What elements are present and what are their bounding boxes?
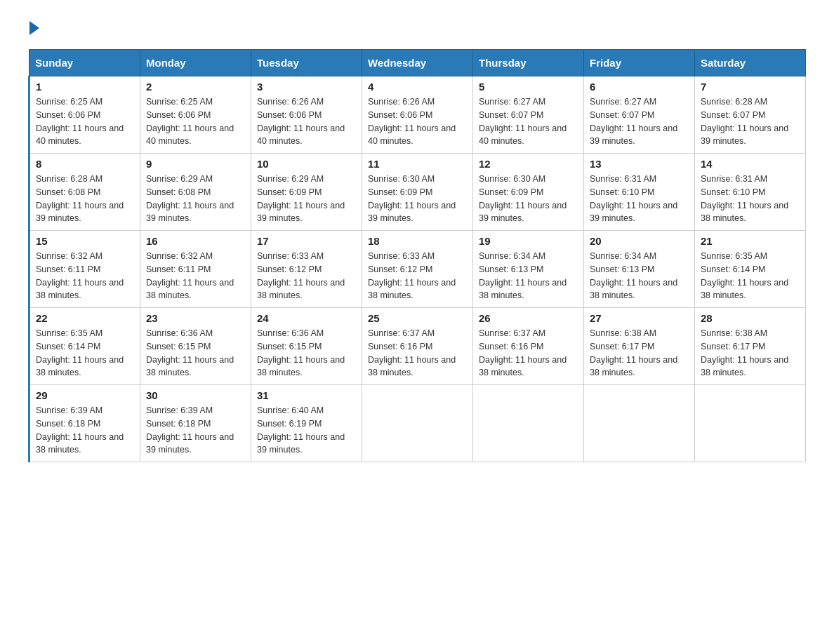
- day-number: 4: [368, 81, 467, 93]
- day-info: Sunrise: 6:37 AMSunset: 6:16 PMDaylight:…: [479, 327, 578, 380]
- weekday-header-saturday: Saturday: [695, 50, 806, 76]
- day-number: 12: [479, 158, 578, 170]
- day-number: 11: [368, 158, 467, 170]
- day-number: 5: [479, 81, 578, 93]
- day-info: Sunrise: 6:32 AMSunset: 6:11 PMDaylight:…: [146, 250, 245, 302]
- day-info: Sunrise: 6:35 AMSunset: 6:14 PMDaylight:…: [36, 327, 134, 380]
- day-number: 24: [257, 312, 356, 324]
- calendar-cell: 4Sunrise: 6:26 AMSunset: 6:06 PMDaylight…: [362, 76, 473, 154]
- day-info: Sunrise: 6:31 AMSunset: 6:10 PMDaylight:…: [701, 173, 800, 225]
- day-number: 28: [701, 312, 800, 324]
- day-info: Sunrise: 6:25 AMSunset: 6:06 PMDaylight:…: [146, 95, 245, 148]
- calendar-cell: 23Sunrise: 6:36 AMSunset: 6:15 PMDayligh…: [140, 308, 251, 385]
- day-number: 3: [257, 81, 356, 93]
- logo-triangle-icon: [29, 21, 39, 35]
- day-number: 20: [590, 235, 689, 247]
- day-number: 1: [36, 81, 134, 93]
- weekday-header-monday: Monday: [140, 50, 251, 76]
- day-info: Sunrise: 6:30 AMSunset: 6:09 PMDaylight:…: [368, 173, 467, 225]
- day-number: 18: [368, 235, 467, 247]
- calendar-week-row: 8Sunrise: 6:28 AMSunset: 6:08 PMDaylight…: [29, 154, 806, 231]
- day-info: Sunrise: 6:38 AMSunset: 6:17 PMDaylight:…: [590, 327, 689, 380]
- day-info: Sunrise: 6:36 AMSunset: 6:15 PMDaylight:…: [146, 327, 245, 380]
- calendar-cell: 5Sunrise: 6:27 AMSunset: 6:07 PMDaylight…: [473, 76, 584, 154]
- calendar-cell: 19Sunrise: 6:34 AMSunset: 6:13 PMDayligh…: [473, 231, 584, 308]
- calendar-cell: [695, 385, 806, 462]
- day-info: Sunrise: 6:27 AMSunset: 6:07 PMDaylight:…: [479, 95, 578, 148]
- calendar-cell: 28Sunrise: 6:38 AMSunset: 6:17 PMDayligh…: [695, 308, 806, 385]
- calendar-cell: 9Sunrise: 6:29 AMSunset: 6:08 PMDaylight…: [140, 154, 251, 231]
- day-number: 17: [257, 235, 356, 247]
- day-info: Sunrise: 6:28 AMSunset: 6:07 PMDaylight:…: [701, 95, 800, 148]
- calendar-cell: 14Sunrise: 6:31 AMSunset: 6:10 PMDayligh…: [695, 154, 806, 231]
- day-number: 22: [36, 312, 134, 324]
- day-number: 16: [146, 235, 245, 247]
- calendar-cell: 2Sunrise: 6:25 AMSunset: 6:06 PMDaylight…: [140, 76, 251, 154]
- calendar-cell: [473, 385, 584, 462]
- calendar-cell: 18Sunrise: 6:33 AMSunset: 6:12 PMDayligh…: [362, 231, 473, 308]
- day-info: Sunrise: 6:38 AMSunset: 6:17 PMDaylight:…: [701, 327, 800, 380]
- day-info: Sunrise: 6:39 AMSunset: 6:18 PMDaylight:…: [146, 404, 245, 457]
- calendar-week-row: 29Sunrise: 6:39 AMSunset: 6:18 PMDayligh…: [29, 385, 806, 462]
- day-info: Sunrise: 6:26 AMSunset: 6:06 PMDaylight:…: [368, 95, 467, 148]
- day-info: Sunrise: 6:40 AMSunset: 6:19 PMDaylight:…: [257, 404, 356, 457]
- day-info: Sunrise: 6:30 AMSunset: 6:09 PMDaylight:…: [479, 173, 578, 225]
- page-header: [28, 21, 806, 35]
- calendar-cell: 21Sunrise: 6:35 AMSunset: 6:14 PMDayligh…: [695, 231, 806, 308]
- calendar-cell: 26Sunrise: 6:37 AMSunset: 6:16 PMDayligh…: [473, 308, 584, 385]
- day-info: Sunrise: 6:27 AMSunset: 6:07 PMDaylight:…: [590, 95, 689, 148]
- calendar-cell: 1Sunrise: 6:25 AMSunset: 6:06 PMDaylight…: [29, 76, 140, 154]
- calendar-cell: 15Sunrise: 6:32 AMSunset: 6:11 PMDayligh…: [29, 231, 140, 308]
- calendar-cell: [362, 385, 473, 462]
- day-number: 10: [257, 158, 356, 170]
- day-number: 15: [36, 235, 134, 247]
- calendar-cell: 12Sunrise: 6:30 AMSunset: 6:09 PMDayligh…: [473, 154, 584, 231]
- calendar-cell: 25Sunrise: 6:37 AMSunset: 6:16 PMDayligh…: [362, 308, 473, 385]
- calendar-cell: 27Sunrise: 6:38 AMSunset: 6:17 PMDayligh…: [584, 308, 695, 385]
- day-info: Sunrise: 6:37 AMSunset: 6:16 PMDaylight:…: [368, 327, 467, 380]
- calendar-cell: 22Sunrise: 6:35 AMSunset: 6:14 PMDayligh…: [29, 308, 140, 385]
- calendar-cell: 13Sunrise: 6:31 AMSunset: 6:10 PMDayligh…: [584, 154, 695, 231]
- calendar-cell: 30Sunrise: 6:39 AMSunset: 6:18 PMDayligh…: [140, 385, 251, 462]
- day-number: 19: [479, 235, 578, 247]
- calendar-cell: 29Sunrise: 6:39 AMSunset: 6:18 PMDayligh…: [29, 385, 140, 462]
- calendar-cell: 24Sunrise: 6:36 AMSunset: 6:15 PMDayligh…: [251, 308, 362, 385]
- calendar-cell: 31Sunrise: 6:40 AMSunset: 6:19 PMDayligh…: [251, 385, 362, 462]
- weekday-header-friday: Friday: [584, 50, 695, 76]
- calendar-cell: 10Sunrise: 6:29 AMSunset: 6:09 PMDayligh…: [251, 154, 362, 231]
- day-info: Sunrise: 6:34 AMSunset: 6:13 PMDaylight:…: [479, 250, 578, 302]
- day-info: Sunrise: 6:33 AMSunset: 6:12 PMDaylight:…: [257, 250, 356, 302]
- calendar-cell: 7Sunrise: 6:28 AMSunset: 6:07 PMDaylight…: [695, 76, 806, 154]
- day-number: 2: [146, 81, 245, 93]
- day-info: Sunrise: 6:39 AMSunset: 6:18 PMDaylight:…: [36, 404, 134, 457]
- day-info: Sunrise: 6:26 AMSunset: 6:06 PMDaylight:…: [257, 95, 356, 148]
- day-number: 31: [257, 389, 356, 401]
- day-info: Sunrise: 6:36 AMSunset: 6:15 PMDaylight:…: [257, 327, 356, 380]
- day-info: Sunrise: 6:25 AMSunset: 6:06 PMDaylight:…: [36, 95, 134, 148]
- day-info: Sunrise: 6:35 AMSunset: 6:14 PMDaylight:…: [701, 250, 800, 302]
- day-info: Sunrise: 6:29 AMSunset: 6:09 PMDaylight:…: [257, 173, 356, 225]
- calendar-table: SundayMondayTuesdayWednesdayThursdayFrid…: [28, 49, 806, 462]
- day-info: Sunrise: 6:28 AMSunset: 6:08 PMDaylight:…: [36, 173, 134, 225]
- logo: [28, 21, 41, 35]
- weekday-header-row: SundayMondayTuesdayWednesdayThursdayFrid…: [29, 50, 806, 76]
- day-info: Sunrise: 6:31 AMSunset: 6:10 PMDaylight:…: [590, 173, 689, 225]
- calendar-cell: 8Sunrise: 6:28 AMSunset: 6:08 PMDaylight…: [29, 154, 140, 231]
- calendar-cell: 20Sunrise: 6:34 AMSunset: 6:13 PMDayligh…: [584, 231, 695, 308]
- day-number: 14: [701, 158, 800, 170]
- calendar-cell: 16Sunrise: 6:32 AMSunset: 6:11 PMDayligh…: [140, 231, 251, 308]
- day-number: 25: [368, 312, 467, 324]
- day-number: 30: [146, 389, 245, 401]
- day-number: 27: [590, 312, 689, 324]
- calendar-week-row: 15Sunrise: 6:32 AMSunset: 6:11 PMDayligh…: [29, 231, 806, 308]
- calendar-cell: 3Sunrise: 6:26 AMSunset: 6:06 PMDaylight…: [251, 76, 362, 154]
- day-number: 21: [701, 235, 800, 247]
- weekday-header-sunday: Sunday: [29, 50, 140, 76]
- day-number: 7: [701, 81, 800, 93]
- day-info: Sunrise: 6:33 AMSunset: 6:12 PMDaylight:…: [368, 250, 467, 302]
- day-info: Sunrise: 6:32 AMSunset: 6:11 PMDaylight:…: [36, 250, 134, 302]
- day-info: Sunrise: 6:34 AMSunset: 6:13 PMDaylight:…: [590, 250, 689, 302]
- calendar-cell: 6Sunrise: 6:27 AMSunset: 6:07 PMDaylight…: [584, 76, 695, 154]
- weekday-header-tuesday: Tuesday: [251, 50, 362, 76]
- day-number: 23: [146, 312, 245, 324]
